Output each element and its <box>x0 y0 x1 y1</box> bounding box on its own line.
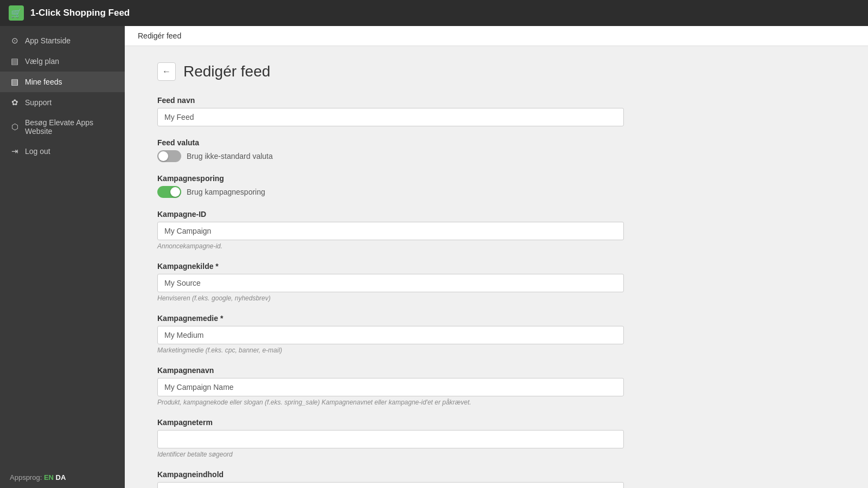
input-kampagneindhold[interactable] <box>157 482 624 488</box>
label-kampagnekilde: Kampagnekilde * <box>157 262 635 271</box>
home-icon: ⊙ <box>10 36 20 46</box>
language-switcher: Appsprog: EN DA <box>0 467 125 488</box>
input-kampagnenavn[interactable] <box>157 378 624 396</box>
sidebar-item-vaelg-plan[interactable]: ▤ Vælg plan <box>0 51 125 72</box>
logout-icon: ⇥ <box>10 146 20 156</box>
field-kampagneterm: Kampagneterm Identificer betalte søgeord <box>157 418 635 458</box>
input-kampagneterm[interactable] <box>157 430 624 448</box>
app-logo: 🛒 <box>9 5 24 21</box>
label-kampagneindhold: Kampagneindhold <box>157 470 635 479</box>
input-feed-navn[interactable] <box>157 108 624 126</box>
page-title: Redigér feed <box>183 63 270 80</box>
sidebar-item-log-out[interactable]: ⇥ Log out <box>0 141 125 162</box>
label-kampagnesporing: Kampagnesporing <box>157 174 635 183</box>
main-content: Redigér feed ← Redigér feed Feed navn Fe… <box>125 26 868 488</box>
label-kampagne-id: Kampagne-ID <box>157 210 635 219</box>
label-kampagneterm: Kampagneterm <box>157 418 635 427</box>
form-content: ← Redigér feed Feed navn Feed valuta Bru… <box>125 46 667 488</box>
support-icon: ✿ <box>10 98 20 107</box>
sidebar-label-log-out: Log out <box>25 147 115 156</box>
field-kampagnekilde: Kampagnekilde * Henviseren (f.eks. googl… <box>157 262 635 302</box>
hint-kampagneterm: Identificer betalte søgeord <box>157 451 635 458</box>
title-row: ← Redigér feed <box>157 62 635 81</box>
toggle-knob-valuta <box>158 151 168 161</box>
toggle-knob-kampagnesporing <box>170 187 180 197</box>
sidebar-label-besoeg-elevate: Besøg Elevate Apps Website <box>25 118 115 136</box>
page-header: Redigér feed <box>125 26 868 46</box>
toggle-row-valuta: Brug ikke-standard valuta <box>157 150 635 162</box>
lang-en-button[interactable]: EN <box>44 473 54 481</box>
sidebar-label-vaelg-plan: Vælg plan <box>25 57 115 66</box>
layout: ⊙ App Startside ▤ Vælg plan ▤ Mine feeds… <box>0 26 868 488</box>
sidebar-label-mine-feeds: Mine feeds <box>25 78 115 86</box>
input-kampagne-id[interactable] <box>157 222 624 240</box>
plan-icon: ▤ <box>10 56 20 66</box>
sidebar-item-app-startside[interactable]: ⊙ App Startside <box>0 30 125 51</box>
toggle-label-kampagnesporing: Brug kampagnesporing <box>187 188 265 196</box>
hint-kampagnenavn: Produkt, kampagnekode eller slogan (f.ek… <box>157 399 635 406</box>
topbar: 🛒 1-Click Shopping Feed <box>0 0 868 26</box>
back-button[interactable]: ← <box>157 62 176 81</box>
sidebar-label-app-startside: App Startside <box>25 36 115 45</box>
toggle-label-valuta: Brug ikke-standard valuta <box>187 152 273 160</box>
field-kampagnenavn: Kampagnenavn Produkt, kampagnekode eller… <box>157 366 635 406</box>
hint-kampagne-id: Annoncekampagne-id. <box>157 242 635 250</box>
label-feed-navn: Feed navn <box>157 96 635 105</box>
app-title: 1-Click Shopping Feed <box>30 8 130 18</box>
input-kampagnemedie[interactable] <box>157 326 624 344</box>
hint-kampagnemedie: Marketingmedie (f.eks. cpc, banner, e-ma… <box>157 346 635 354</box>
sidebar: ⊙ App Startside ▤ Vælg plan ▤ Mine feeds… <box>0 26 125 488</box>
field-feed-valuta: Feed valuta Brug ikke-standard valuta <box>157 138 635 162</box>
toggle-valuta[interactable] <box>157 150 181 162</box>
field-kampagne-id: Kampagne-ID Annoncekampagne-id. <box>157 210 635 250</box>
field-feed-navn: Feed navn <box>157 96 635 126</box>
toggle-kampagnesporing[interactable] <box>157 186 181 198</box>
sidebar-item-mine-feeds[interactable]: ▤ Mine feeds <box>0 72 125 92</box>
field-kampagnesporing: Kampagnesporing Brug kampagnesporing <box>157 174 635 198</box>
label-kampagnemedie: Kampagnemedie * <box>157 314 635 323</box>
field-kampagnemedie: Kampagnemedie * Marketingmedie (f.eks. c… <box>157 314 635 354</box>
breadcrumb: Redigér feed <box>138 31 181 40</box>
lang-label: Appsprog: <box>10 473 42 481</box>
feeds-icon: ▤ <box>10 77 20 87</box>
external-link-icon: ⬡ <box>10 122 20 132</box>
toggle-row-kampagnesporing: Brug kampagnesporing <box>157 186 635 198</box>
label-kampagnenavn: Kampagnenavn <box>157 366 635 375</box>
input-kampagnekilde[interactable] <box>157 274 624 292</box>
sidebar-item-support[interactable]: ✿ Support <box>0 92 125 113</box>
sidebar-item-besoeg-elevate[interactable]: ⬡ Besøg Elevate Apps Website <box>0 113 125 141</box>
hint-kampagnekilde: Henviseren (f.eks. google, nyhedsbrev) <box>157 294 635 302</box>
label-feed-valuta: Feed valuta <box>157 138 635 147</box>
sidebar-label-support: Support <box>25 98 115 107</box>
field-kampagneindhold: Kampagneindhold <box>157 470 635 488</box>
lang-da-button[interactable]: DA <box>56 473 66 481</box>
